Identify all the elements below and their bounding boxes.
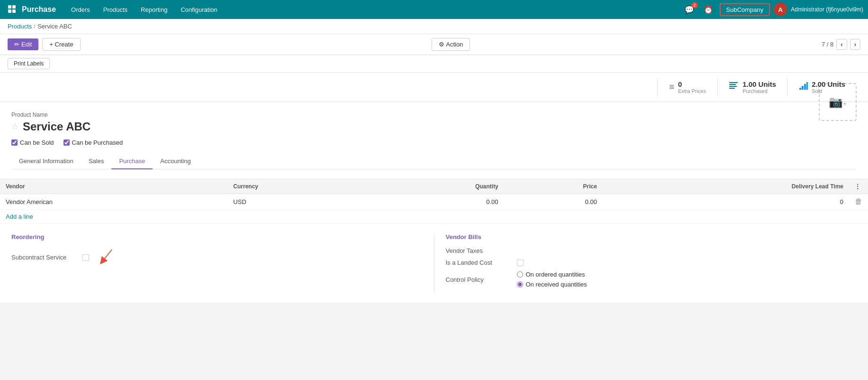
quantity-cell: 0.00 bbox=[370, 194, 504, 210]
favorite-star-icon[interactable]: ☆ bbox=[11, 121, 19, 132]
edit-icon: ✏ bbox=[14, 41, 19, 48]
svg-rect-3 bbox=[12, 9, 16, 13]
stat-units-sold[interactable]: 2.00 Units Sold bbox=[787, 77, 857, 97]
svg-rect-2 bbox=[8, 9, 11, 13]
control-policy-field: Control Policy On ordered quantities On … bbox=[446, 271, 857, 288]
radio-received-label: On received quantities bbox=[526, 281, 587, 288]
arrow-indicator bbox=[98, 247, 117, 266]
radio-ordered-quantities[interactable]: On ordered quantities bbox=[517, 271, 587, 278]
pagination-next[interactable]: › bbox=[850, 39, 860, 50]
currency-col-header: Currency bbox=[227, 179, 369, 194]
svg-rect-10 bbox=[804, 84, 806, 90]
nav-reporting[interactable]: Reporting bbox=[135, 3, 173, 16]
svg-rect-6 bbox=[729, 86, 737, 87]
print-labels-button[interactable]: Print Labels bbox=[8, 58, 50, 69]
breadcrumb-separator: / bbox=[34, 23, 36, 30]
subcontract-service-checkbox[interactable] bbox=[82, 254, 89, 261]
add-line-row[interactable]: Add a line bbox=[0, 210, 868, 224]
clock-icon[interactable]: ⏰ bbox=[701, 3, 716, 16]
landed-cost-field: Is a Landed Cost bbox=[446, 259, 857, 266]
vendor-col-header: Vendor bbox=[0, 179, 227, 194]
control-policy-options: On ordered quantities On received quanti… bbox=[517, 271, 587, 288]
breadcrumb-parent[interactable]: Products bbox=[8, 23, 32, 30]
section-divider bbox=[434, 233, 434, 293]
price-cell: 0.00 bbox=[504, 194, 603, 210]
delete-row-button[interactable]: 🗑 bbox=[855, 197, 862, 206]
units-purchased-icon bbox=[729, 82, 739, 92]
purchase-tab-content: Vendor Currency Quantity Price Delivery … bbox=[0, 179, 868, 302]
grid-icon[interactable] bbox=[5, 2, 20, 17]
units-sold-number: 2.00 Units bbox=[812, 80, 845, 88]
svg-rect-8 bbox=[799, 88, 801, 90]
app-title: Purchase bbox=[22, 5, 56, 14]
svg-rect-4 bbox=[729, 82, 738, 83]
nav-orders[interactable]: Orders bbox=[65, 3, 96, 16]
pagination-prev[interactable]: ‹ bbox=[836, 39, 847, 50]
vendor-cell: Vendor American bbox=[0, 194, 227, 210]
units-purchased-label: Purchased bbox=[742, 88, 776, 94]
stats-bar: ≡ 0 Extra Prices 1.00 Units Purchased bbox=[0, 73, 868, 102]
tab-purchase[interactable]: Purchase bbox=[111, 154, 153, 169]
delivery-lead-time-col-header: Delivery Lead Time bbox=[603, 179, 849, 194]
stat-units-purchased[interactable]: 1.00 Units Purchased bbox=[717, 77, 787, 97]
extra-prices-number: 0 bbox=[678, 80, 706, 88]
svg-rect-0 bbox=[8, 5, 11, 9]
vendor-table: Vendor Currency Quantity Price Delivery … bbox=[0, 179, 868, 224]
product-tabs: General Information Sales Purchase Accou… bbox=[11, 154, 857, 169]
tab-accounting[interactable]: Accounting bbox=[153, 154, 198, 169]
currency-cell: USD bbox=[227, 194, 369, 210]
svg-rect-11 bbox=[806, 82, 808, 90]
edit-label: Edit bbox=[21, 41, 32, 48]
main-toolbar: ✏ Edit + Create ⚙ Action 7 / 8 ‹ › bbox=[0, 34, 868, 55]
nav-configuration[interactable]: Configuration bbox=[175, 3, 223, 16]
main-content: 📷+ Product Name ☆ Service ABC Can be Sol… bbox=[0, 102, 868, 179]
edit-button[interactable]: ✏ Edit bbox=[8, 38, 38, 50]
breadcrumb-current: Service ABC bbox=[37, 23, 72, 30]
svg-rect-5 bbox=[729, 84, 736, 85]
svg-rect-9 bbox=[802, 86, 804, 90]
radio-received-quantities[interactable]: On received quantities bbox=[517, 281, 587, 288]
svg-rect-7 bbox=[729, 88, 735, 89]
subcontract-service-field: Subcontract Service bbox=[11, 247, 423, 268]
stat-extra-prices[interactable]: ≡ 0 Extra Prices bbox=[657, 77, 717, 97]
vendor-taxes-field: Vendor Taxes bbox=[446, 247, 857, 254]
subcompany-button[interactable]: SubCompany bbox=[720, 3, 770, 16]
product-title: Service ABC bbox=[23, 120, 90, 133]
units-purchased-number: 1.00 Units bbox=[742, 80, 776, 88]
product-name-label: Product Name bbox=[11, 111, 857, 118]
options-col-header: ⋮ bbox=[849, 179, 868, 194]
tab-general-information[interactable]: General Information bbox=[11, 154, 81, 169]
control-policy-label: Control Policy bbox=[446, 276, 512, 283]
breadcrumb: Products / Service ABC bbox=[0, 19, 868, 34]
top-navigation: Purchase Orders Products Reporting Confi… bbox=[0, 0, 868, 19]
reordering-title: Reordering bbox=[11, 233, 423, 241]
avatar[interactable]: A bbox=[774, 3, 787, 16]
nav-icons-group: 💬 2 ⏰ SubCompany A Administrator (fj6nyu… bbox=[682, 3, 864, 16]
price-col-header: Price bbox=[504, 179, 603, 194]
nav-products[interactable]: Products bbox=[98, 3, 133, 16]
units-sold-icon bbox=[799, 82, 808, 92]
delete-cell: 🗑 bbox=[849, 194, 868, 210]
bottom-sections: Reordering Subcontract Service bbox=[0, 224, 868, 293]
can-be-purchased-checkbox[interactable]: Can be Purchased bbox=[63, 139, 123, 146]
pagination: 7 / 8 ‹ › bbox=[822, 39, 860, 50]
units-sold-label: Sold bbox=[812, 88, 845, 94]
chat-icon[interactable]: 💬 2 bbox=[682, 3, 697, 16]
add-line-label[interactable]: Add a line bbox=[0, 210, 868, 224]
reordering-section: Reordering Subcontract Service bbox=[11, 233, 423, 293]
can-be-sold-checkbox[interactable]: Can be Sold bbox=[11, 139, 54, 146]
table-options-icon[interactable]: ⋮ bbox=[855, 183, 860, 190]
table-row: Vendor American USD 0.00 0.00 0 🗑 bbox=[0, 194, 868, 210]
landed-cost-checkbox[interactable] bbox=[517, 260, 524, 266]
create-button[interactable]: + Create bbox=[42, 38, 80, 51]
svg-line-12 bbox=[102, 250, 112, 261]
add-photo-icon: 📷+ bbox=[829, 95, 846, 109]
tab-sales[interactable]: Sales bbox=[81, 154, 112, 169]
chat-badge: 2 bbox=[691, 2, 697, 8]
user-name[interactable]: Administrator (fj6nyue0vi9m) bbox=[791, 6, 863, 13]
secondary-toolbar: Print Labels bbox=[0, 55, 868, 73]
extra-prices-icon: ≡ bbox=[669, 82, 674, 92]
delivery-lead-time-cell: 0 bbox=[603, 194, 849, 210]
action-button[interactable]: ⚙ Action bbox=[432, 38, 470, 51]
product-title-row: ☆ Service ABC bbox=[11, 120, 819, 133]
